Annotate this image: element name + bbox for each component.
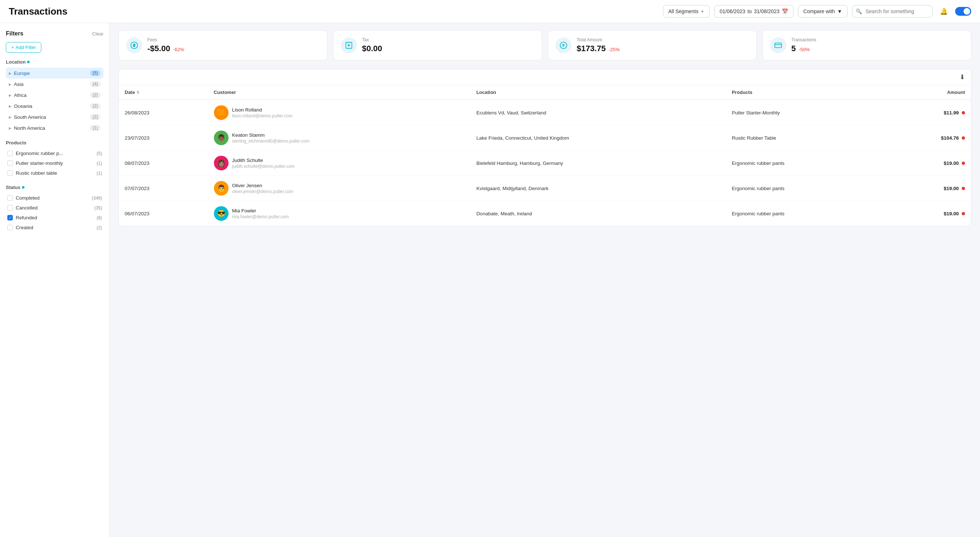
- chevron-right-icon: ▶: [9, 71, 12, 75]
- date-range-picker[interactable]: 01/06/2023 to 31/08/2023 📅: [714, 5, 794, 17]
- download-button[interactable]: ⬇: [959, 73, 965, 81]
- row-customer: 👨 Oliver Jensen oliver.jensen@demo.putle…: [208, 176, 471, 201]
- location-item[interactable]: ▶ Oceania (2): [6, 100, 103, 111]
- location-item[interactable]: ▶ South America (2): [6, 111, 103, 122]
- row-product: Putler Starter-Monthly: [726, 100, 883, 126]
- fees-card: Fees -$5.00 -62%: [118, 30, 327, 60]
- location-count: (2): [90, 92, 100, 98]
- total-amount-card: Total Amount $173.75 -25%: [548, 30, 757, 60]
- status-filter-section: Status Completed (349) Cancelled (35): [6, 184, 103, 232]
- customer-name: Oliver Jensen: [232, 183, 294, 188]
- product-checkbox[interactable]: [7, 170, 13, 176]
- table-row: 26/08/2023 🟧 Lison Rolland lison.rolland…: [119, 100, 971, 126]
- location-count: (1): [90, 125, 100, 131]
- status-checkbox[interactable]: ✓: [7, 215, 13, 221]
- row-amount: $11.99: [883, 100, 971, 126]
- date-from: 01/06/2023: [720, 8, 745, 14]
- status-count: (349): [92, 195, 102, 201]
- product-checkbox[interactable]: [7, 160, 13, 166]
- row-product: Rustic Rubber Table: [726, 126, 883, 151]
- add-filter-button[interactable]: + Add Filter: [6, 42, 41, 52]
- location-name: Oceania: [14, 103, 32, 109]
- customer-column-header: Customer: [208, 85, 471, 100]
- customer-name: Lison Rolland: [232, 107, 293, 113]
- date-column-header[interactable]: Date ⇅: [119, 85, 208, 100]
- location-item[interactable]: ▶ Africa (2): [6, 89, 103, 100]
- row-location: Ecublens Vd, Vaud, Switzerland: [471, 100, 726, 126]
- status-name: Refunded: [16, 215, 37, 221]
- status-count: (35): [94, 205, 102, 211]
- customer-email: lison.rolland@demo.putler.com: [232, 113, 293, 118]
- transactions-change: -50%: [799, 47, 810, 52]
- transactions-card: Transactions 5 -50%: [762, 30, 971, 60]
- row-customer: 👩🏽 Judith Schulte judith.schulte@demo.pu…: [208, 151, 471, 176]
- status-dot: [962, 162, 965, 165]
- amount-column-header: Amount: [883, 85, 971, 100]
- clear-filters-button[interactable]: Clear: [92, 31, 103, 37]
- filters-title: Filters: [6, 30, 24, 37]
- location-name: Asia: [14, 81, 24, 87]
- theme-toggle[interactable]: [955, 7, 971, 16]
- app-header: Transactions All Segments ▼ 01/06/2023 t…: [0, 0, 980, 23]
- main-content: Fees -$5.00 -62% Tax $0.00: [110, 23, 980, 537]
- product-name: Ergonomic rubber p...: [16, 151, 63, 156]
- location-section-title: Location: [6, 59, 103, 65]
- fees-icon: [126, 37, 142, 53]
- location-item[interactable]: ▶ North America (1): [6, 122, 103, 133]
- table-row: 06/07/2023 😎 Mia Fowler mia.fowler@demo.…: [119, 201, 971, 226]
- sidebar: Filters Clear + Add Filter Location ▶ Eu…: [0, 23, 110, 537]
- compare-with-dropdown[interactable]: Compare with ▼: [798, 5, 848, 17]
- transactions-value: 5 -50%: [791, 44, 964, 53]
- status-checkbox[interactable]: [7, 205, 13, 211]
- status-name: Completed: [16, 195, 40, 201]
- date-separator: to: [748, 8, 752, 14]
- search-input[interactable]: [852, 5, 932, 17]
- status-checkbox[interactable]: [7, 225, 13, 230]
- row-location: Lake Frieda, Connecticut, United Kingdom: [471, 126, 726, 151]
- location-item[interactable]: ▶ Asia (4): [6, 79, 103, 89]
- location-item[interactable]: ▶ Europe (5): [6, 68, 103, 79]
- product-checkbox[interactable]: [7, 151, 13, 156]
- status-dot: [962, 212, 965, 215]
- customer-email: judith.schulte@demo.putler.com: [232, 164, 295, 169]
- transactions-card-body: Transactions 5 -50%: [791, 37, 964, 53]
- chevron-right-icon: ▶: [9, 115, 12, 119]
- segments-dropdown[interactable]: All Segments ▼: [663, 5, 710, 17]
- location-name: South America: [14, 114, 46, 120]
- page-title: Transactions: [9, 6, 67, 17]
- avatar: 👨🏾: [214, 130, 229, 145]
- notifications-button[interactable]: 🔔: [937, 6, 951, 17]
- avatar: 🟧: [214, 105, 229, 120]
- table-row: 08/07/2023 👩🏽 Judith Schulte judith.schu…: [119, 151, 971, 176]
- tax-icon: [341, 37, 357, 53]
- customer-name: Mia Fowler: [232, 208, 289, 213]
- row-date: 08/07/2023: [119, 151, 208, 176]
- transactions-label: Transactions: [791, 37, 964, 42]
- total-label: Total Amount: [577, 37, 749, 42]
- row-amount: $19.00: [883, 176, 971, 201]
- location-filter-section: Location ▶ Europe (5) ▶ Asia (4) ▶: [6, 59, 103, 133]
- chevron-right-icon: ▶: [9, 82, 12, 86]
- total-value: $173.75 -25%: [577, 44, 749, 53]
- status-checkbox[interactable]: [7, 195, 13, 201]
- total-card-body: Total Amount $173.75 -25%: [577, 37, 749, 53]
- product-item: Rustic rubber table (1): [6, 168, 103, 178]
- chevron-right-icon: ▶: [9, 104, 12, 108]
- product-name: Putler starter-monthly: [16, 160, 63, 166]
- location-count: (5): [90, 70, 100, 76]
- search-wrapper: 🔍: [852, 5, 932, 17]
- product-count: (1): [97, 161, 102, 166]
- row-date: 06/07/2023: [119, 201, 208, 226]
- customer-name: Keaton Stamm: [232, 132, 310, 138]
- status-name: Created: [16, 225, 33, 230]
- calendar-icon: 📅: [782, 8, 788, 14]
- customer-email: oliver.jensen@demo.putler.com: [232, 189, 294, 194]
- fees-change: -62%: [173, 47, 184, 52]
- row-location: Kvistgaard, Midtjylland, Denmark: [471, 176, 726, 201]
- fees-label: Fees: [147, 37, 320, 42]
- compare-label: Compare with: [803, 8, 835, 14]
- tax-card-body: Tax $0.00: [362, 37, 534, 53]
- summary-cards: Fees -$5.00 -62% Tax $0.00: [118, 30, 971, 60]
- location-active-dot: [27, 61, 30, 63]
- transactions-table-section: ⬇ Date ⇅ Customer Location Products: [118, 69, 971, 226]
